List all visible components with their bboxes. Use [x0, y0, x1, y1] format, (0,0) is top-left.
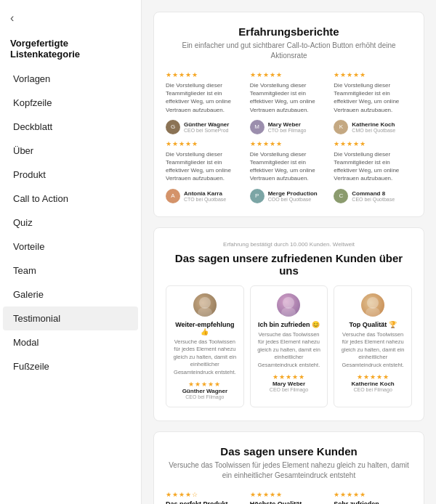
avatar: M [250, 120, 265, 134]
testimonial-text: Die Vorstellung dieser Teammitglieder is… [334, 150, 412, 183]
col-title: Das perfekt Produkt [166, 500, 244, 504]
sidebar-item-galerie[interactable]: Galerie [3, 283, 138, 306]
sidebar-item-kopfzeile[interactable]: Kopfzeile [3, 91, 138, 115]
sat-text: Versuche das Toolwissen für jedes Elemen… [340, 331, 405, 370]
customer-column: ★★★★☆Das perfekt ProduktIch teile unsere… [166, 491, 244, 504]
person-role: CMO bei Quotbase [352, 128, 395, 133]
testimonial-item: ★★★★★Die Vorstellung dieser Teammitglied… [334, 140, 412, 203]
sidebar-item-quiz[interactable]: Quiz [3, 211, 138, 235]
avatar: P [250, 189, 265, 203]
card1-title: Erfahrungsberichte [166, 25, 412, 38]
satisfied-grid: Weiter-empfehlung 👍Versuche das Toolwiss… [166, 285, 412, 408]
card-erfahrungsberichte: Erfahrungsberichte Ein einfacher und gut… [153, 12, 424, 217]
person-role: CEO bei Filmago [270, 387, 308, 392]
stars: ★★★★☆ [166, 491, 244, 498]
card2-subtitle-top: Erfahrung bestätigt durch 10.000 Kunden.… [166, 241, 412, 248]
person-info: Günther WagnerCEO bei SomeProd [184, 121, 229, 133]
testimonial-text: Die Vorstellung dieser Teammitglieder is… [166, 150, 244, 183]
avatar [277, 293, 300, 317]
svg-point-0 [199, 297, 211, 309]
person-name: Mary Weber [272, 381, 305, 387]
testimonial-text: Die Vorstellung dieser Teammitglieder is… [334, 81, 412, 114]
person-info: Merge ProductionCOO bei Quotbase [268, 190, 318, 202]
testimonial-text: Die Vorstellung dieser Teammitglieder is… [166, 81, 244, 114]
testimonial-person: PMerge ProductionCOO bei Quotbase [250, 189, 328, 203]
person-info: Antonia KarraCTO bei Quotbase [184, 190, 226, 202]
stars: ★★★★★ [334, 71, 412, 78]
customer-column: ★★★★★Sehr zufriedenEin wichtiger Grund w… [334, 491, 412, 504]
sidebar-item-vorlagen[interactable]: Vorlagen [3, 67, 138, 91]
person-role: CEO bei Filmago [354, 387, 392, 392]
card2-title: Das sagen unsere zufriedenen Kunden über… [166, 252, 412, 277]
customer-grid: ★★★★☆Das perfekt ProduktIch teile unsere… [166, 491, 412, 504]
satisfied-card: Ich bin zufrieden 😊Versuche das Toolwiss… [250, 285, 328, 408]
sat-text: Versuche das Toolwissen für jedes Elemen… [257, 331, 322, 370]
svg-point-1 [198, 307, 212, 317]
sidebar-item-produkt[interactable]: Produkt [3, 163, 138, 187]
person-role: CTO bei Filmago [268, 128, 307, 133]
stars: ★★★★★ [188, 381, 221, 388]
person-name: Antonia Karra [184, 190, 226, 197]
testimonial-person: AAntonia KarraCTO bei Quotbase [166, 189, 244, 203]
stars: ★★★★★ [334, 491, 412, 498]
stars: ★★★★★ [166, 140, 244, 147]
sidebar-title: Vorgefertigte Listenkategorie [0, 33, 141, 67]
person-role: CTO bei Quotbase [184, 197, 226, 202]
avatar [193, 293, 217, 317]
stars: ★★★★★ [272, 373, 305, 381]
person-role: CEO bei Filmago [185, 394, 224, 399]
satisfied-card: Top Qualität 🏆Versuche das Toolwissen fü… [334, 285, 412, 408]
sat-title: Weiter-empfehlung 👍 [172, 321, 238, 336]
card1-subtitle: Ein einfacher und gut sichtbarer Call-to… [166, 41, 412, 61]
stars: ★★★★★ [166, 71, 244, 78]
testimonial-text: Die Vorstellung dieser Teammitglieder is… [250, 81, 328, 114]
testimonial-item: ★★★★★Die Vorstellung dieser Teammitglied… [250, 71, 328, 134]
sat-title: Ich bin zufrieden 😊 [258, 321, 320, 328]
col-title: Sehr zufrieden [334, 500, 412, 504]
sidebar-item-modal[interactable]: Modal [3, 330, 138, 354]
sat-title: Top Qualität 🏆 [349, 321, 396, 328]
card-customers: Das sagen unsere Kunden Versuche das Too… [153, 431, 424, 504]
avatar: C [334, 189, 348, 203]
card-satisfied: Erfahrung bestätigt durch 10.000 Kunden.… [153, 227, 424, 422]
svg-point-5 [366, 307, 380, 317]
person-name: Merge Production [268, 190, 318, 197]
person-name: Günther Wagner [182, 388, 227, 394]
person-name: Katherine Koch [352, 121, 395, 128]
testimonial-grid-1: ★★★★★Die Vorstellung dieser Teammitglied… [166, 71, 412, 203]
sidebar-item-cta[interactable]: Call to Action [3, 187, 138, 211]
person-name: Mary Weber [268, 121, 307, 128]
sidebar-item-team[interactable]: Team [3, 259, 138, 283]
person-info: Katherine KochCMO bei Quotbase [352, 121, 395, 133]
testimonial-item: ★★★★★Die Vorstellung dieser Teammitglied… [166, 140, 244, 203]
svg-point-4 [367, 297, 379, 309]
testimonial-person: CCommand 8CEO bei Quotbase [334, 189, 412, 203]
testimonial-person: KKatherine KochCMO bei Quotbase [334, 120, 412, 134]
stars: ★★★★★ [250, 140, 328, 147]
sidebar-item-ueber[interactable]: Über [3, 139, 138, 163]
person-role: CEO bei Quotbase [352, 197, 395, 202]
card3-title: Das sagen unsere Kunden [166, 445, 412, 458]
avatar: A [166, 189, 180, 203]
sidebar-item-fusszeile[interactable]: Fußzeile [3, 354, 138, 378]
person-info: Mary WeberCTO bei Filmago [268, 121, 307, 133]
person-name: Command 8 [352, 190, 395, 197]
stars: ★★★★★ [357, 373, 389, 381]
sidebar-item-vorteile[interactable]: Vorteile [3, 235, 138, 259]
sidebar: ‹ Vorgefertigte Listenkategorie Vorlagen… [0, 0, 142, 504]
satisfied-card: Weiter-empfehlung 👍Versuche das Toolwiss… [166, 285, 244, 408]
stars: ★★★★★ [250, 491, 328, 498]
stars: ★★★★★ [334, 140, 412, 147]
card3-subtitle: Versuche das Toolwissen für jedes Elemen… [166, 460, 412, 481]
avatar [361, 293, 384, 317]
person-role: CEO bei SomeProd [184, 128, 229, 133]
stars: ★★★★★ [250, 71, 328, 78]
person-name: Katherine Koch [352, 381, 395, 387]
person-role: COO bei Quotbase [268, 197, 318, 202]
testimonial-text: Die Vorstellung dieser Teammitglieder is… [250, 150, 328, 183]
person-name: Günther Wagner [184, 121, 229, 128]
sidebar-item-testimonial[interactable]: Testimonial [3, 306, 138, 330]
main-content: Erfahrungsberichte Ein einfacher und gut… [142, 0, 436, 504]
back-button[interactable]: ‹ [0, 6, 141, 33]
sidebar-item-deckblatt[interactable]: Deckblatt [3, 115, 138, 139]
